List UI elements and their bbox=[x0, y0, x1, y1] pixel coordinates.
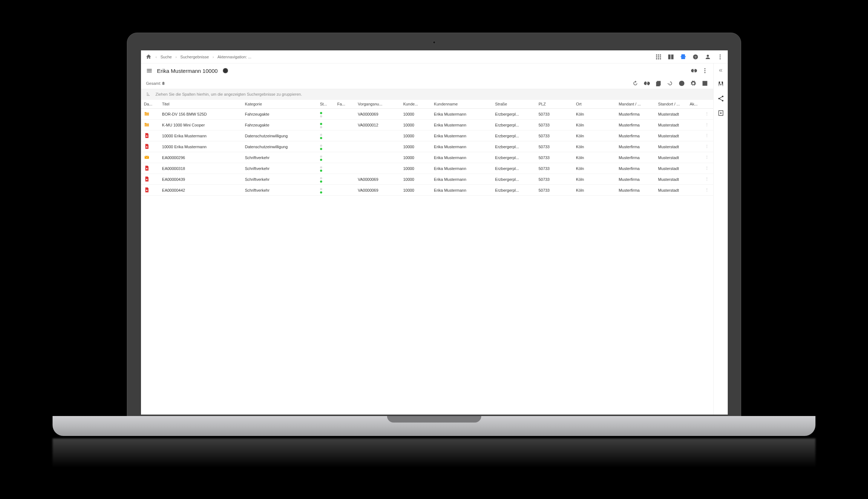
results-table-wrap: Da... Titel Kategorie St... Fa... Vorgan… bbox=[141, 100, 713, 415]
user-icon[interactable] bbox=[705, 54, 711, 60]
breadcrumb-item[interactable]: Suche bbox=[161, 55, 172, 59]
svg-rect-4 bbox=[658, 56, 659, 57]
chevron-left-icon[interactable]: « bbox=[719, 66, 722, 74]
cell-vorgang: VA0000012 bbox=[355, 120, 400, 130]
row-menu-icon[interactable]: ⋮ bbox=[701, 120, 713, 130]
table-row[interactable]: EA00000296Schriftverkehr10000Erika Muste… bbox=[141, 152, 713, 163]
cell-titel: EA00000439 bbox=[159, 174, 242, 185]
cell-mandant: Musterfirma bbox=[616, 130, 655, 141]
cell-titel: 10000 Erika Mustermann bbox=[159, 141, 242, 152]
cell-ak bbox=[687, 109, 701, 120]
table-row[interactable]: EA00000318Schriftverkehr10000Erika Muste… bbox=[141, 163, 713, 174]
cell-titel: 10000 Erika Mustermann bbox=[159, 130, 242, 141]
cell-kategorie: Datenschutzeinwilligung bbox=[242, 130, 317, 141]
svg-rect-32 bbox=[656, 82, 660, 86]
row-menu-icon[interactable]: ⋮ bbox=[701, 130, 713, 141]
row-menu-icon[interactable]: ⋮ bbox=[701, 185, 713, 196]
gift-icon[interactable] bbox=[680, 54, 686, 60]
svg-point-18 bbox=[707, 55, 709, 57]
gear-icon[interactable] bbox=[690, 80, 697, 87]
cell-standort: Musterstadt bbox=[655, 141, 687, 152]
cell-plz: 50733 bbox=[536, 174, 573, 185]
row-menu-icon[interactable]: ⋮ bbox=[701, 109, 713, 120]
cell-status bbox=[317, 109, 335, 120]
svg-rect-37 bbox=[703, 84, 706, 84]
table-row[interactable]: 10000 Erika MustermannDatenschutzeinwill… bbox=[141, 130, 713, 141]
col-header[interactable]: St... bbox=[317, 100, 335, 109]
svg-point-21 bbox=[720, 58, 721, 59]
col-header[interactable]: Fa... bbox=[335, 100, 355, 109]
apps-icon[interactable] bbox=[655, 54, 662, 60]
export-icon[interactable] bbox=[717, 109, 724, 117]
col-header[interactable]: Titel bbox=[159, 100, 242, 109]
cell-titel: BOR-DV 156 BMW 525D bbox=[159, 109, 242, 120]
col-header[interactable]: Standort / ... bbox=[655, 100, 687, 109]
col-header[interactable]: Ak... bbox=[687, 100, 701, 109]
more-icon[interactable] bbox=[702, 67, 708, 74]
row-menu-icon[interactable]: ⋮ bbox=[701, 141, 713, 152]
home-icon[interactable] bbox=[145, 54, 152, 60]
laptop-reflection bbox=[53, 438, 815, 467]
cell-vorgang: VA0000069 bbox=[355, 185, 400, 196]
col-header[interactable]: Da... bbox=[141, 100, 159, 109]
row-menu-icon[interactable]: ⋮ bbox=[701, 174, 713, 185]
cell-strasse: Erzbergerpl... bbox=[492, 185, 536, 196]
col-header[interactable]: Kategorie bbox=[242, 100, 317, 109]
table-row[interactable]: 10000 Erika MustermannDatenschutzeinwill… bbox=[141, 141, 713, 152]
cell-fa bbox=[335, 130, 355, 141]
cell-ort: Köln bbox=[573, 185, 616, 196]
col-header[interactable]: PLZ bbox=[536, 100, 573, 109]
col-header[interactable]: Mandant / ... bbox=[616, 100, 655, 109]
svg-rect-40 bbox=[147, 95, 150, 96]
cell-ort: Köln bbox=[573, 163, 616, 174]
screen-bezel: ‹ Suche › Suchergebnisse › Aktennavigati… bbox=[127, 33, 741, 429]
unlink-icon[interactable] bbox=[644, 80, 650, 87]
table-row[interactable]: EA00000442SchriftverkehrVA000006910000Er… bbox=[141, 185, 713, 196]
col-header[interactable]: Kundenname bbox=[431, 100, 492, 109]
share-icon[interactable] bbox=[717, 95, 724, 103]
col-header[interactable]: Straße bbox=[492, 100, 536, 109]
breadcrumb: ‹ Suche › Suchergebnisse › Aktennavigati… bbox=[145, 54, 252, 60]
info-icon[interactable] bbox=[222, 67, 229, 74]
table-row[interactable]: BOR-DV 156 BMW 525DFahrzeugakteVA0000069… bbox=[141, 109, 713, 120]
breadcrumb-item[interactable]: Suchergebnisse bbox=[180, 55, 209, 59]
table-row[interactable]: K-MU 1000 Mini CooperFahrzeugakteVA00000… bbox=[141, 120, 713, 130]
svg-rect-39 bbox=[147, 94, 149, 94]
cell-status bbox=[317, 120, 335, 130]
list-icon[interactable] bbox=[702, 80, 708, 87]
cell-status bbox=[317, 152, 335, 163]
group-bar[interactable]: Ziehen Sie die Spalten hierhin, um die a… bbox=[141, 89, 713, 100]
cell-kunde: 10000 bbox=[400, 185, 431, 196]
clipboard-icon[interactable] bbox=[655, 80, 662, 87]
chevron-left-icon[interactable]: ‹ bbox=[155, 55, 157, 59]
col-header[interactable]: Ort bbox=[573, 100, 616, 109]
refresh-icon[interactable] bbox=[632, 80, 639, 87]
cell-kategorie: Fahrzeugakte bbox=[242, 120, 317, 130]
menu-icon[interactable] bbox=[146, 67, 153, 74]
more-icon[interactable] bbox=[717, 54, 723, 60]
cell-plz: 50733 bbox=[536, 120, 573, 130]
svg-rect-41 bbox=[145, 113, 149, 116]
col-header[interactable]: Vorgangsnu... bbox=[355, 100, 400, 109]
cell-strasse: Erzbergerpl... bbox=[492, 130, 536, 141]
history-icon[interactable] bbox=[667, 80, 673, 87]
cell-strasse: Erzbergerpl... bbox=[492, 174, 536, 185]
cell-ort: Köln bbox=[573, 130, 616, 141]
cell-vorgang bbox=[355, 130, 400, 141]
compass-icon[interactable] bbox=[678, 80, 685, 87]
breadcrumb-item[interactable]: Aktennavigation: ... bbox=[217, 55, 252, 59]
row-menu-icon[interactable]: ⋮ bbox=[701, 163, 713, 174]
row-menu-icon[interactable]: ⋮ bbox=[701, 152, 713, 163]
col-header[interactable]: Kunde... bbox=[400, 100, 431, 109]
table-row[interactable]: EA00000439SchriftverkehrVA000006910000Er… bbox=[141, 174, 713, 185]
link-icon[interactable] bbox=[691, 67, 697, 74]
group-icon bbox=[146, 92, 151, 97]
columns-icon[interactable] bbox=[668, 54, 674, 60]
help-icon[interactable]: ? bbox=[692, 54, 699, 60]
toolbar bbox=[632, 80, 708, 87]
svg-rect-1 bbox=[658, 54, 659, 55]
adobe-icon[interactable] bbox=[717, 80, 724, 88]
cell-fa bbox=[335, 163, 355, 174]
table-header-row: Da... Titel Kategorie St... Fa... Vorgan… bbox=[141, 100, 713, 109]
cell-kundenname: Erika Mustermann bbox=[431, 130, 492, 141]
